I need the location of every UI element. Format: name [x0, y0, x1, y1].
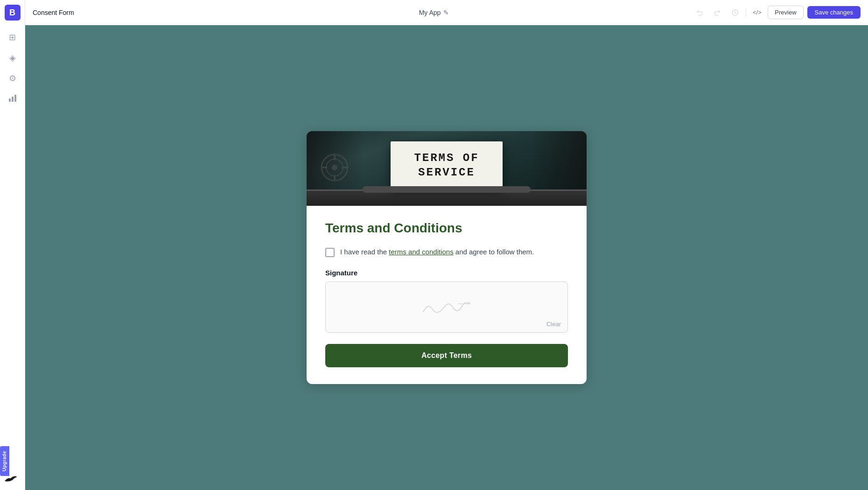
form-card: TERMS OF SERVICE Terms and Conditions I … — [307, 131, 587, 384]
sidebar: B ⊞ ◈ ⚙ Upgrade — [0, 0, 25, 490]
bird-logo — [4, 474, 18, 485]
upgrade-button[interactable]: Upgrade — [0, 446, 9, 476]
app-logo[interactable]: B — [5, 5, 21, 21]
sidebar-item-settings[interactable]: ⚙ — [4, 70, 21, 87]
pin-icon: ◈ — [9, 53, 16, 63]
grid-icon: ⊞ — [9, 32, 16, 42]
svg-rect-2 — [14, 95, 16, 102]
hero-text: TERMS OF SERVICE — [398, 151, 495, 180]
signature-label: Signature — [325, 269, 568, 277]
undo-button[interactable] — [693, 6, 707, 20]
sidebar-item-chart[interactable] — [4, 91, 21, 107]
app-name-label: My App — [419, 9, 441, 16]
accept-terms-button[interactable]: Accept Terms — [325, 344, 568, 367]
sidebar-item-grid[interactable]: ⊞ — [4, 29, 21, 46]
save-button[interactable]: Save changes — [807, 6, 861, 19]
canvas: TERMS OF SERVICE Terms and Conditions I … — [25, 25, 868, 490]
history-button[interactable] — [728, 6, 742, 20]
clear-button[interactable]: Clear — [546, 321, 561, 328]
signature-drawing — [419, 295, 475, 319]
redo-button[interactable] — [710, 6, 724, 20]
app-name-display: My App ✎ — [419, 9, 449, 16]
svg-rect-0 — [9, 98, 11, 102]
checkbox-label: I have read the terms and conditions and… — [340, 247, 534, 258]
form-hero: TERMS OF SERVICE — [307, 131, 587, 206]
signature-content — [326, 282, 567, 332]
code-icon: </> — [753, 9, 762, 16]
form-heading: Terms and Conditions — [325, 221, 568, 236]
edit-app-name-icon[interactable]: ✎ — [443, 9, 449, 16]
topbar-actions: </> Preview Save changes — [693, 6, 861, 20]
page-title: Consent Form — [33, 9, 74, 16]
signature-pad[interactable]: Clear — [325, 281, 568, 333]
svg-rect-1 — [12, 97, 14, 102]
preview-button[interactable]: Preview — [768, 6, 803, 19]
paper-sheet: TERMS OF SERVICE — [391, 141, 503, 189]
checkbox-row: I have read the terms and conditions and… — [325, 247, 568, 258]
topbar: Consent Form My App ✎ </> Preview Save c… — [25, 0, 868, 25]
terms-checkbox[interactable] — [325, 248, 335, 257]
sidebar-item-pin[interactable]: ◈ — [4, 49, 21, 66]
form-body: Terms and Conditions I have read the ter… — [307, 206, 587, 384]
settings-icon: ⚙ — [9, 73, 16, 84]
topbar-divider — [746, 7, 746, 18]
terms-link[interactable]: terms and conditions — [389, 248, 453, 256]
code-button[interactable]: </> — [750, 6, 764, 20]
chart-icon — [8, 94, 17, 105]
main-area: Consent Form My App ✎ </> Preview Save c… — [25, 0, 868, 490]
svg-point-6 — [332, 165, 337, 170]
